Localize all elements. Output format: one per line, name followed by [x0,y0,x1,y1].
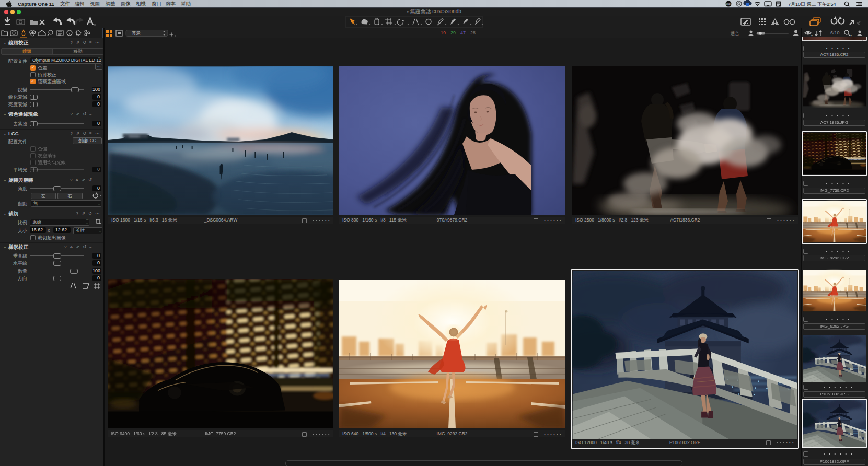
svg-text:LINE: LINE [726,3,731,5]
svg-text:▾: ▾ [811,34,813,37]
svg-text:▾: ▾ [850,34,852,37]
